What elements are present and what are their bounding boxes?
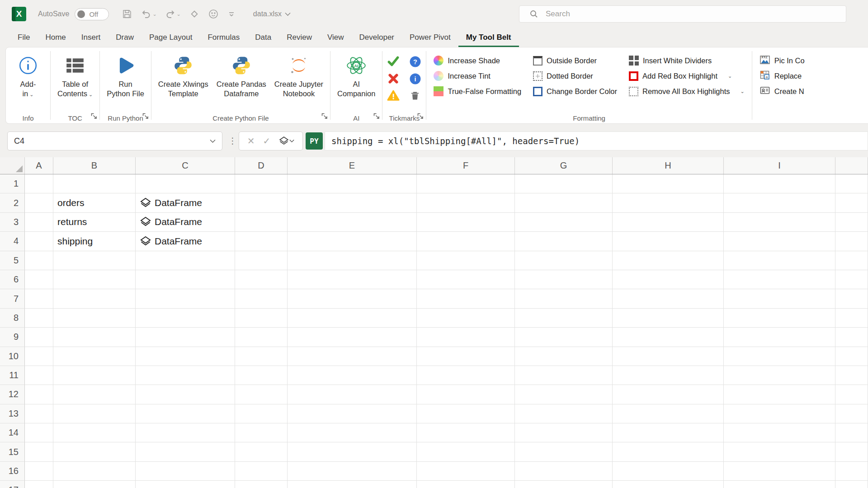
cell-B16[interactable] [53, 462, 136, 481]
cell-C11[interactable] [136, 366, 235, 385]
cell-F15[interactable] [417, 442, 515, 461]
create-n-button[interactable]: Create N [760, 84, 805, 99]
cell-partial-12[interactable] [835, 385, 868, 404]
cell-H15[interactable] [613, 442, 724, 461]
cell-A3[interactable] [25, 213, 53, 232]
insert-python-object-icon[interactable] [278, 136, 294, 146]
cancel-icon[interactable]: ✕ [247, 136, 255, 146]
cell-E1[interactable] [288, 174, 417, 193]
column-header-F[interactable]: F [417, 157, 515, 174]
autosave-toggle[interactable]: Off [75, 8, 109, 20]
cell-A16[interactable] [25, 462, 53, 481]
cell-A13[interactable] [25, 404, 53, 423]
cell-D6[interactable] [235, 270, 288, 289]
cell-G8[interactable] [515, 309, 613, 328]
cell-H14[interactable] [613, 423, 724, 442]
cell-H16[interactable] [613, 462, 724, 481]
cell-E7[interactable] [288, 289, 417, 308]
cell-partial-5[interactable] [835, 251, 868, 270]
row-header-10[interactable]: 10 [0, 347, 25, 366]
cell-C16[interactable] [136, 462, 235, 481]
column-header-B[interactable]: B [53, 157, 136, 174]
cell-E3[interactable] [288, 213, 417, 232]
cell-G11[interactable] [515, 366, 613, 385]
cell-D10[interactable] [235, 347, 288, 366]
cell-E6[interactable] [288, 270, 417, 289]
replace-button[interactable]: a Replace [760, 68, 805, 84]
cell-G12[interactable] [515, 385, 613, 404]
cell-D12[interactable] [235, 385, 288, 404]
cell-D13[interactable] [235, 404, 288, 423]
smiley-feedback-icon[interactable] [206, 7, 221, 21]
tab-developer[interactable]: Developer [352, 28, 402, 47]
cell-F13[interactable] [417, 404, 515, 423]
cell-I10[interactable] [724, 347, 835, 366]
cell-E16[interactable] [288, 462, 417, 481]
row-header-9[interactable]: 9 [0, 328, 25, 347]
cell-H6[interactable] [613, 270, 724, 289]
cell-C14[interactable] [136, 423, 235, 442]
cell-E8[interactable] [288, 309, 417, 328]
ribbon-options-icon[interactable] [225, 8, 238, 20]
cell-C2[interactable]: DataFrame [136, 193, 235, 212]
cell-partial-3[interactable] [835, 213, 868, 232]
row-header-17[interactable]: 17 [0, 481, 25, 488]
column-header-G[interactable]: G [515, 157, 613, 174]
select-all-corner[interactable] [0, 157, 25, 174]
increase-shade-button[interactable]: Increase Shade [434, 53, 521, 68]
cell-B12[interactable] [53, 385, 136, 404]
cell-I4[interactable] [724, 232, 835, 251]
trash-icon[interactable] [407, 88, 423, 103]
tab-review[interactable]: Review [279, 28, 320, 47]
cell-H7[interactable] [613, 289, 724, 308]
cell-E13[interactable] [288, 404, 417, 423]
cell-A14[interactable] [25, 423, 53, 442]
tab-view[interactable]: View [320, 28, 352, 47]
cell-partial-14[interactable] [835, 423, 868, 442]
cell-F14[interactable] [417, 423, 515, 442]
cell-G3[interactable] [515, 213, 613, 232]
cell-partial-16[interactable] [835, 462, 868, 481]
cell-A10[interactable] [25, 347, 53, 366]
cell-F3[interactable] [417, 213, 515, 232]
increase-tint-button[interactable]: Increase Tint [434, 68, 521, 84]
cell-D16[interactable] [235, 462, 288, 481]
cell-partial-6[interactable] [835, 270, 868, 289]
cell-B14[interactable] [53, 423, 136, 442]
cell-F5[interactable] [417, 251, 515, 270]
tab-page-layout[interactable]: Page Layout [142, 28, 200, 47]
cell-G5[interactable] [515, 251, 613, 270]
cell-I16[interactable] [724, 462, 835, 481]
cell-H3[interactable] [613, 213, 724, 232]
save-icon[interactable] [120, 7, 134, 21]
cell-C10[interactable] [136, 347, 235, 366]
cell-A7[interactable] [25, 289, 53, 308]
cell-partial-15[interactable] [835, 442, 868, 461]
cell-H17[interactable] [613, 481, 724, 488]
cell-G15[interactable] [515, 442, 613, 461]
cell-partial-4[interactable] [835, 232, 868, 251]
cell-B15[interactable] [53, 442, 136, 461]
column-header-E[interactable]: E [288, 157, 417, 174]
cell-C8[interactable] [136, 309, 235, 328]
cell-E14[interactable] [288, 423, 417, 442]
cell-A12[interactable] [25, 385, 53, 404]
cell-G14[interactable] [515, 423, 613, 442]
blue-info-circle-icon[interactable]: i [407, 71, 423, 86]
column-header-A[interactable]: A [25, 157, 53, 174]
insert-white-dividers-button[interactable]: Insert White Dividers [629, 53, 745, 68]
row-header-8[interactable]: 8 [0, 309, 25, 328]
ai-companion-button[interactable]: AI AI Companion [333, 51, 379, 100]
cell-C17[interactable] [136, 481, 235, 488]
cell-C13[interactable] [136, 404, 235, 423]
row-header-15[interactable]: 15 [0, 442, 25, 461]
cell-F8[interactable] [417, 309, 515, 328]
cell-G17[interactable] [515, 481, 613, 488]
cell-D15[interactable] [235, 442, 288, 461]
cell-H12[interactable] [613, 385, 724, 404]
cell-I1[interactable] [724, 174, 835, 193]
cell-partial-9[interactable] [835, 328, 868, 347]
cell-A8[interactable] [25, 309, 53, 328]
cell-F11[interactable] [417, 366, 515, 385]
table-of-contents-button[interactable]: Table of Contents⌄ [53, 51, 97, 101]
